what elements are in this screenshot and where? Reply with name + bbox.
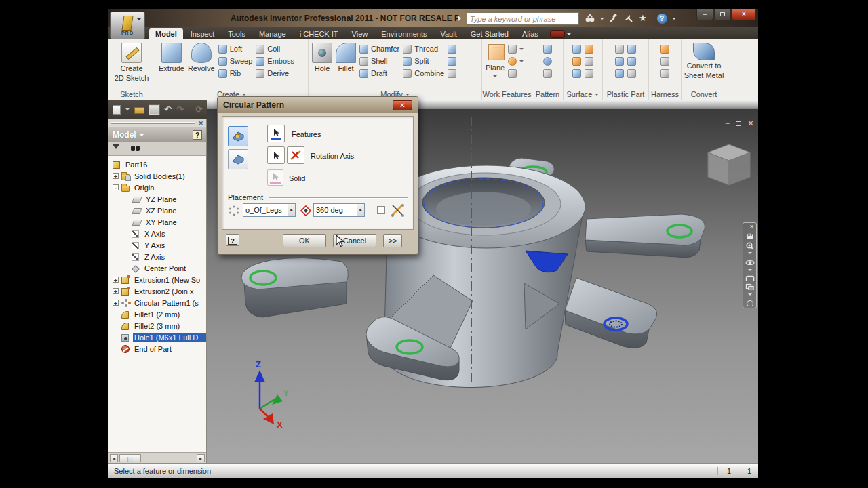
screencast-menu[interactable] bbox=[550, 30, 571, 38]
tree-item-z-axis[interactable]: Z Axis bbox=[108, 251, 206, 262]
shell-button[interactable]: Shell bbox=[359, 56, 399, 66]
move-bodies-button[interactable] bbox=[448, 43, 456, 54]
scroll-right-icon[interactable]: ► bbox=[197, 454, 205, 462]
application-menu-button[interactable]: PRO bbox=[110, 12, 145, 39]
navbar-dropdown-icon[interactable] bbox=[748, 293, 752, 298]
tree-item-y-axis[interactable]: Y Axis bbox=[108, 239, 206, 251]
doc-minimize-icon[interactable]: − bbox=[725, 119, 730, 128]
circular-pattern-dialog[interactable]: Circular Pattern ✕ Features bbox=[217, 96, 418, 255]
draft-button[interactable]: Draft bbox=[359, 68, 399, 79]
rotation-axis-icon-button[interactable] bbox=[287, 146, 304, 164]
harness-group-button[interactable] bbox=[660, 56, 669, 66]
delete-face-button[interactable] bbox=[448, 68, 456, 79]
count-flyout-icon[interactable] bbox=[288, 203, 296, 217]
tree-item-circular-pattern1[interactable]: +Circular Pattern1 (s bbox=[108, 297, 206, 308]
grill-button[interactable] bbox=[615, 43, 624, 54]
browser-close-icon[interactable]: ✕ bbox=[198, 120, 203, 127]
expander[interactable]: + bbox=[113, 288, 119, 294]
tab-environments[interactable]: Environments bbox=[375, 28, 433, 39]
tab-icheckit[interactable]: i CHECK IT bbox=[294, 28, 344, 39]
browser-grip[interactable]: ✕ bbox=[108, 119, 206, 127]
browser-help-icon[interactable]: ? bbox=[193, 130, 202, 140]
browser-title-bar[interactable]: Model ? bbox=[108, 127, 206, 142]
search-icon[interactable] bbox=[585, 14, 595, 23]
tree-item-hole1[interactable]: Hole1 (M6x1 Full D bbox=[108, 331, 206, 343]
angle-flyout-icon[interactable] bbox=[357, 203, 365, 217]
search-dropdown-icon[interactable] bbox=[600, 18, 604, 22]
tree-item-extrusion1[interactable]: +Extrusion1 (New So bbox=[108, 274, 206, 285]
dialog-close-button[interactable]: ✕ bbox=[393, 100, 412, 110]
rotation-axis-select-button[interactable] bbox=[267, 146, 285, 164]
occurrence-count-input[interactable] bbox=[243, 203, 288, 217]
patch-button[interactable] bbox=[585, 43, 593, 54]
features-select-button[interactable] bbox=[267, 125, 285, 142]
more-options-button[interactable]: >> bbox=[383, 234, 402, 247]
rest-button[interactable] bbox=[627, 43, 636, 54]
browser-search-icon[interactable] bbox=[131, 146, 140, 151]
chamfer-button[interactable]: Chamfer bbox=[359, 43, 399, 54]
tree-item-origin[interactable]: -Origin bbox=[108, 182, 206, 193]
redo-icon[interactable]: ↷ bbox=[176, 105, 184, 115]
derive-button[interactable]: Derive bbox=[256, 68, 294, 79]
tree-item-fillet1[interactable]: Fillet1 (2 mm) bbox=[108, 308, 206, 320]
panel-label-surface[interactable]: Surface bbox=[564, 89, 602, 100]
dialog-help-button[interactable] bbox=[226, 234, 239, 246]
navbar-close-icon[interactable]: ✕ bbox=[749, 224, 754, 230]
circular-pattern-button[interactable] bbox=[543, 56, 552, 66]
tab-tools[interactable]: Tools bbox=[222, 28, 252, 39]
zoom-icon[interactable] bbox=[745, 241, 755, 249]
pattern-leg-left[interactable] bbox=[241, 258, 348, 317]
doc-restore-icon[interactable] bbox=[736, 121, 741, 126]
extrude-button[interactable]: Extrude bbox=[159, 41, 184, 89]
trim-button[interactable] bbox=[585, 56, 593, 66]
windows-icon[interactable] bbox=[745, 283, 755, 290]
expander[interactable]: + bbox=[113, 173, 119, 179]
combine-button[interactable]: Combine bbox=[403, 68, 444, 79]
expander[interactable]: + bbox=[113, 277, 119, 283]
lip-button[interactable] bbox=[615, 68, 624, 79]
doc-close-icon[interactable]: ✕ bbox=[747, 119, 754, 128]
pattern-features-mode-button[interactable] bbox=[228, 126, 248, 146]
copy-object-button[interactable] bbox=[448, 56, 456, 66]
navbar-menu-icon[interactable] bbox=[746, 300, 754, 306]
tree-item-fillet2[interactable]: Fillet2 (3 mm) bbox=[108, 320, 206, 331]
midplane-checkbox[interactable] bbox=[377, 206, 385, 214]
tab-vault[interactable]: Vault bbox=[434, 28, 462, 39]
thread-button[interactable]: Thread bbox=[403, 43, 444, 54]
solid-select-button[interactable] bbox=[267, 169, 283, 186]
fillet-button[interactable]: Fillet bbox=[336, 41, 356, 89]
delete-surface-button[interactable] bbox=[585, 68, 593, 79]
plane-button[interactable]: Plane bbox=[486, 41, 505, 89]
loft-button[interactable]: Loft bbox=[218, 43, 253, 54]
tree-item-xz-plane[interactable]: XZ Plane bbox=[108, 205, 206, 216]
hole-button[interactable]: Hole bbox=[312, 41, 332, 89]
save-icon[interactable] bbox=[149, 105, 159, 115]
open-file-icon[interactable] bbox=[134, 107, 144, 114]
rib-button[interactable]: Rib bbox=[218, 68, 253, 79]
help-dropdown-icon[interactable] bbox=[672, 18, 676, 22]
harness-pin-button[interactable] bbox=[660, 43, 669, 54]
search-input[interactable] bbox=[467, 12, 579, 25]
sculpt-button[interactable] bbox=[572, 56, 581, 66]
navigation-bar[interactable]: ✕ bbox=[743, 222, 757, 308]
sweep-button[interactable]: Sweep bbox=[218, 56, 253, 66]
orbit-dropdown-icon[interactable] bbox=[748, 269, 752, 273]
occurrence-count-combo[interactable] bbox=[243, 203, 296, 217]
view-cube[interactable] bbox=[705, 142, 753, 191]
filter-icon[interactable] bbox=[113, 144, 119, 152]
tab-model[interactable]: Model bbox=[149, 28, 183, 39]
pattern-leg-right-front[interactable] bbox=[565, 278, 657, 348]
split-button[interactable]: Split bbox=[403, 56, 444, 66]
harness-fence-button[interactable] bbox=[660, 68, 669, 79]
new-file-icon[interactable] bbox=[113, 105, 121, 115]
stitch-button[interactable] bbox=[572, 43, 581, 54]
maximize-button[interactable] bbox=[714, 9, 731, 20]
tree-item-solid-bodies[interactable]: +Solid Bodies(1) bbox=[108, 170, 206, 182]
axis-button[interactable] bbox=[508, 43, 524, 54]
rectangular-pattern-button[interactable] bbox=[543, 43, 552, 54]
grip-handle[interactable] bbox=[111, 122, 195, 124]
look-at-icon[interactable] bbox=[745, 275, 755, 281]
update-icon[interactable]: ⟳ bbox=[195, 105, 203, 115]
ucs-button[interactable] bbox=[508, 68, 524, 79]
convert-to-sheet-metal-button[interactable]: Convert to Sheet Metal bbox=[684, 41, 724, 89]
